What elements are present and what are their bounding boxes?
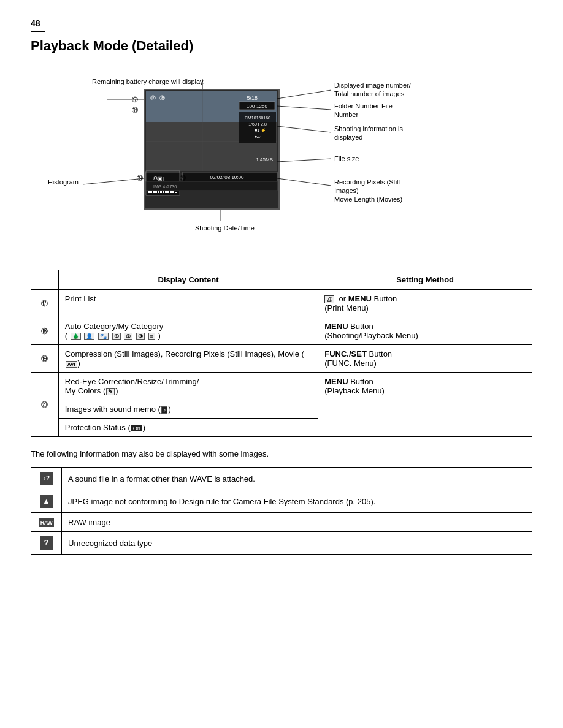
svg-text:⑰: ⑰ (132, 96, 138, 103)
svg-line-58 (83, 178, 144, 184)
info-row-raw: RAW RAW image (31, 513, 532, 532)
svg-text:■1 ⚡: ■1 ⚡ (255, 127, 266, 133)
svg-text:displayed: displayed (334, 134, 362, 141)
svg-text:100-1250: 100-1250 (247, 104, 267, 109)
row-17-num: ⑰ (31, 290, 59, 317)
info-desc-sound: A sound file in a format other than WAVE… (62, 468, 532, 490)
svg-text:5/18: 5/18 (247, 95, 258, 101)
col-header-display: Display Content (58, 270, 318, 290)
svg-text:02/02/'08  10:00: 02/02/'08 10:00 (210, 175, 244, 180)
row-19-num: ⑲ (31, 345, 59, 373)
row-19-method: FUNC./SET Button(FUNC. Menu) (318, 345, 532, 373)
svg-text:⑲: ⑲ (137, 175, 143, 181)
svg-text:⑱: ⑱ (132, 107, 138, 113)
question-icon: ? (40, 536, 53, 550)
raw-icon: RAW (39, 518, 55, 527)
row-17-display: Print List (58, 290, 318, 317)
svg-text:Recording Pixels (Still: Recording Pixels (Still (334, 178, 400, 186)
info-icon-raw: RAW (31, 513, 62, 532)
row-20b-display: Images with sound memo (♪) (58, 400, 318, 419)
svg-text:Total number of images: Total number of images (334, 90, 405, 97)
info-table: ♪? A sound file in a format other than W… (31, 467, 532, 555)
svg-text:Movie Length (Movies): Movie Length (Movies) (334, 195, 402, 203)
svg-text:⑱: ⑱ (159, 95, 165, 101)
table-row-20a: ⑳ Red-Eye Correction/Resize/Trimming/My … (31, 373, 532, 400)
sound-file-icon: ♪? (40, 472, 53, 485)
svg-text:Shooting information is: Shooting information is (334, 125, 403, 132)
svg-text:⑰: ⑰ (150, 95, 156, 101)
svg-text:Number: Number (334, 111, 358, 118)
svg-text:File size: File size (334, 155, 359, 162)
row-18-num: ⑱ (31, 317, 59, 345)
row-18-method: MENU Button(Shooting/Playback Menu) (318, 317, 532, 345)
info-desc-raw: RAW image (62, 513, 532, 532)
page-number: 48 (31, 18, 45, 32)
svg-line-49 (277, 126, 331, 132)
svg-line-54 (277, 178, 331, 186)
svg-text:IMG 4x2736: IMG 4x2736 (153, 184, 177, 189)
svg-text:Images): Images) (334, 187, 359, 194)
svg-text:●₄ᵥ: ●₄ᵥ (255, 134, 261, 138)
svg-text:Folder Number-File: Folder Number-File (334, 102, 393, 110)
svg-line-43 (277, 90, 331, 99)
svg-text:1.45MB: 1.45MB (256, 157, 273, 162)
svg-text:Histogram: Histogram (48, 178, 79, 186)
svg-text:⑳: ⑳ (180, 175, 186, 181)
table-row-18: ⑱ Auto Category/My Category ( 🌲 👤 🐾 ① ② … (31, 317, 532, 345)
svg-text:Shooting Date/Time: Shooting Date/Time (195, 224, 255, 232)
info-icon-sound: ♪? (31, 468, 62, 490)
col-header-num (31, 270, 59, 290)
svg-rect-28 (172, 191, 174, 193)
row-20a-display: Red-Eye Correction/Resize/Trimming/My Co… (58, 373, 318, 400)
print-icon: 🖨 (324, 295, 334, 303)
row-20c-display: Protection Status (On) (58, 419, 318, 437)
info-icon-question: ? (31, 532, 62, 555)
info-row-sound: ♪? A sound file in a format other than W… (31, 468, 532, 490)
table-row-19: ⑲ Compression (Still Images), Recording … (31, 345, 532, 373)
svg-rect-29 (175, 192, 177, 193)
info-desc-question: Unrecognized data type (62, 532, 532, 555)
table-row-17: ⑰ Print List 🖨 or MENU Button(Print Menu… (31, 290, 532, 317)
row-18-display: Auto Category/My Category ( 🌲 👤 🐾 ① ② ③ … (58, 317, 318, 345)
info-row-question: ? Unrecognized data type (31, 532, 532, 555)
row-20-method: MENU Button(Playback Menu) (318, 373, 532, 437)
diagram-area: ⑰ ⑱ 5/18 100-1250 CM10160160 1/60 F2.8 ■… (31, 65, 532, 261)
info-icon-warning: ▲ (31, 490, 62, 513)
svg-line-46 (277, 106, 331, 110)
row-17-method: 🖨 or MENU Button(Print Menu) (318, 290, 532, 317)
svg-text:1/60   F2.8: 1/60 F2.8 (248, 122, 267, 126)
svg-text:Displayed image number/: Displayed image number/ (334, 82, 412, 89)
page-title: Playback Mode (Detailed) (31, 38, 532, 54)
svg-text:CM10160160: CM10160160 (245, 116, 270, 120)
svg-line-52 (277, 159, 331, 162)
warning-icon: ▲ (40, 495, 53, 508)
svg-text:☊▣|: ☊▣| (153, 176, 164, 181)
main-table: Display Content Setting Method ⑰ Print L… (31, 270, 532, 437)
following-text: The following information may also be di… (31, 449, 532, 458)
svg-text:Remaining battery charge will : Remaining battery charge will display. (92, 78, 205, 85)
row-19-display: Compression (Still Images), Recording Pi… (58, 345, 318, 373)
info-desc-warning: JPEG image not conforming to Design rule… (62, 490, 532, 513)
row-20-num: ⑳ (31, 373, 59, 437)
category-icons: 🌲 👤 🐾 ① ② ③ ≡ (67, 331, 158, 340)
col-header-setting: Setting Method (318, 270, 532, 290)
info-row-warning: ▲ JPEG image not conforming to Design ru… (31, 490, 532, 513)
